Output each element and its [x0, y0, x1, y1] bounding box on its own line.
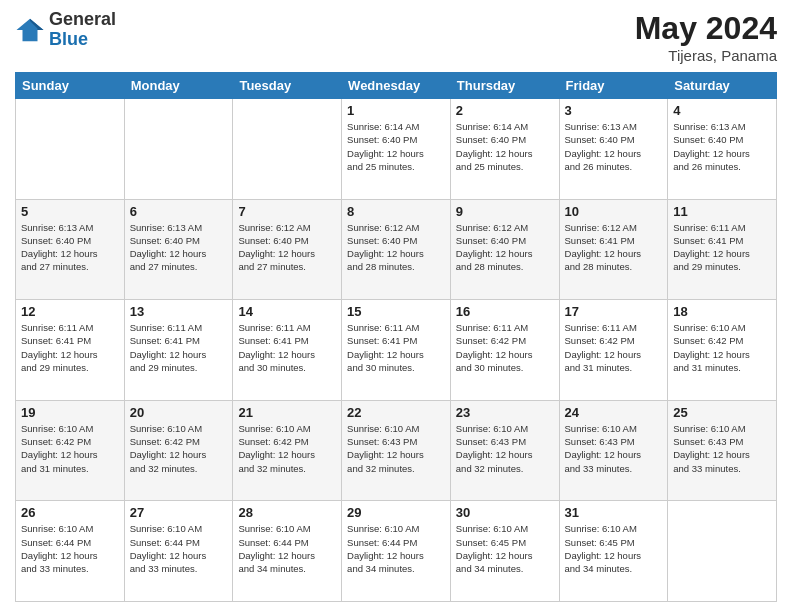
day-info: Sunrise: 6:10 AM Sunset: 6:44 PM Dayligh…: [21, 522, 119, 575]
day-number: 3: [565, 103, 663, 118]
day-number: 25: [673, 405, 771, 420]
calendar-cell: 14Sunrise: 6:11 AM Sunset: 6:41 PM Dayli…: [233, 300, 342, 401]
day-number: 27: [130, 505, 228, 520]
day-number: 28: [238, 505, 336, 520]
calendar-cell: 6Sunrise: 6:13 AM Sunset: 6:40 PM Daylig…: [124, 199, 233, 300]
weekday-header-tuesday: Tuesday: [233, 73, 342, 99]
calendar-cell: [124, 99, 233, 200]
calendar-cell: 23Sunrise: 6:10 AM Sunset: 6:43 PM Dayli…: [450, 400, 559, 501]
day-number: 7: [238, 204, 336, 219]
day-info: Sunrise: 6:10 AM Sunset: 6:42 PM Dayligh…: [238, 422, 336, 475]
day-info: Sunrise: 6:11 AM Sunset: 6:42 PM Dayligh…: [456, 321, 554, 374]
calendar-title: May 2024: [635, 10, 777, 47]
day-info: Sunrise: 6:14 AM Sunset: 6:40 PM Dayligh…: [347, 120, 445, 173]
header: General Blue May 2024 Tijeras, Panama: [15, 10, 777, 64]
calendar-cell: 26Sunrise: 6:10 AM Sunset: 6:44 PM Dayli…: [16, 501, 125, 602]
day-info: Sunrise: 6:10 AM Sunset: 6:43 PM Dayligh…: [673, 422, 771, 475]
weekday-header-wednesday: Wednesday: [342, 73, 451, 99]
day-number: 29: [347, 505, 445, 520]
day-info: Sunrise: 6:11 AM Sunset: 6:42 PM Dayligh…: [565, 321, 663, 374]
day-number: 18: [673, 304, 771, 319]
day-info: Sunrise: 6:10 AM Sunset: 6:44 PM Dayligh…: [238, 522, 336, 575]
day-info: Sunrise: 6:12 AM Sunset: 6:41 PM Dayligh…: [565, 221, 663, 274]
day-info: Sunrise: 6:12 AM Sunset: 6:40 PM Dayligh…: [238, 221, 336, 274]
weekday-header-friday: Friday: [559, 73, 668, 99]
weekday-header-saturday: Saturday: [668, 73, 777, 99]
day-info: Sunrise: 6:11 AM Sunset: 6:41 PM Dayligh…: [130, 321, 228, 374]
weekday-header-sunday: Sunday: [16, 73, 125, 99]
calendar-cell: 3Sunrise: 6:13 AM Sunset: 6:40 PM Daylig…: [559, 99, 668, 200]
day-number: 2: [456, 103, 554, 118]
day-number: 24: [565, 405, 663, 420]
day-number: 26: [21, 505, 119, 520]
day-number: 12: [21, 304, 119, 319]
day-info: Sunrise: 6:13 AM Sunset: 6:40 PM Dayligh…: [21, 221, 119, 274]
day-number: 13: [130, 304, 228, 319]
day-number: 1: [347, 103, 445, 118]
calendar-cell: 7Sunrise: 6:12 AM Sunset: 6:40 PM Daylig…: [233, 199, 342, 300]
day-number: 17: [565, 304, 663, 319]
day-info: Sunrise: 6:11 AM Sunset: 6:41 PM Dayligh…: [347, 321, 445, 374]
calendar-cell: 10Sunrise: 6:12 AM Sunset: 6:41 PM Dayli…: [559, 199, 668, 300]
calendar-cell: 15Sunrise: 6:11 AM Sunset: 6:41 PM Dayli…: [342, 300, 451, 401]
calendar-cell: 18Sunrise: 6:10 AM Sunset: 6:42 PM Dayli…: [668, 300, 777, 401]
calendar-cell: 30Sunrise: 6:10 AM Sunset: 6:45 PM Dayli…: [450, 501, 559, 602]
logo-icon: [15, 15, 45, 45]
day-number: 6: [130, 204, 228, 219]
weekday-header-thursday: Thursday: [450, 73, 559, 99]
calendar-cell: 22Sunrise: 6:10 AM Sunset: 6:43 PM Dayli…: [342, 400, 451, 501]
day-info: Sunrise: 6:12 AM Sunset: 6:40 PM Dayligh…: [456, 221, 554, 274]
calendar-cell: 13Sunrise: 6:11 AM Sunset: 6:41 PM Dayli…: [124, 300, 233, 401]
day-info: Sunrise: 6:13 AM Sunset: 6:40 PM Dayligh…: [565, 120, 663, 173]
day-number: 8: [347, 204, 445, 219]
day-number: 4: [673, 103, 771, 118]
day-info: Sunrise: 6:10 AM Sunset: 6:42 PM Dayligh…: [130, 422, 228, 475]
day-info: Sunrise: 6:10 AM Sunset: 6:43 PM Dayligh…: [456, 422, 554, 475]
calendar-table: SundayMondayTuesdayWednesdayThursdayFrid…: [15, 72, 777, 602]
day-info: Sunrise: 6:10 AM Sunset: 6:42 PM Dayligh…: [21, 422, 119, 475]
calendar-cell: [16, 99, 125, 200]
calendar-cell: 9Sunrise: 6:12 AM Sunset: 6:40 PM Daylig…: [450, 199, 559, 300]
calendar-cell: 16Sunrise: 6:11 AM Sunset: 6:42 PM Dayli…: [450, 300, 559, 401]
calendar-cell: [668, 501, 777, 602]
calendar-week-row: 19Sunrise: 6:10 AM Sunset: 6:42 PM Dayli…: [16, 400, 777, 501]
calendar-cell: [233, 99, 342, 200]
calendar-week-row: 12Sunrise: 6:11 AM Sunset: 6:41 PM Dayli…: [16, 300, 777, 401]
calendar-cell: 27Sunrise: 6:10 AM Sunset: 6:44 PM Dayli…: [124, 501, 233, 602]
calendar-cell: 20Sunrise: 6:10 AM Sunset: 6:42 PM Dayli…: [124, 400, 233, 501]
calendar-cell: 11Sunrise: 6:11 AM Sunset: 6:41 PM Dayli…: [668, 199, 777, 300]
day-number: 16: [456, 304, 554, 319]
day-info: Sunrise: 6:10 AM Sunset: 6:44 PM Dayligh…: [130, 522, 228, 575]
day-number: 31: [565, 505, 663, 520]
day-number: 15: [347, 304, 445, 319]
calendar-cell: 4Sunrise: 6:13 AM Sunset: 6:40 PM Daylig…: [668, 99, 777, 200]
day-info: Sunrise: 6:12 AM Sunset: 6:40 PM Dayligh…: [347, 221, 445, 274]
calendar-week-row: 5Sunrise: 6:13 AM Sunset: 6:40 PM Daylig…: [16, 199, 777, 300]
calendar-cell: 21Sunrise: 6:10 AM Sunset: 6:42 PM Dayli…: [233, 400, 342, 501]
calendar-cell: 29Sunrise: 6:10 AM Sunset: 6:44 PM Dayli…: [342, 501, 451, 602]
calendar-cell: 24Sunrise: 6:10 AM Sunset: 6:43 PM Dayli…: [559, 400, 668, 501]
day-number: 20: [130, 405, 228, 420]
day-info: Sunrise: 6:11 AM Sunset: 6:41 PM Dayligh…: [21, 321, 119, 374]
calendar-week-row: 1Sunrise: 6:14 AM Sunset: 6:40 PM Daylig…: [16, 99, 777, 200]
calendar-cell: 5Sunrise: 6:13 AM Sunset: 6:40 PM Daylig…: [16, 199, 125, 300]
day-number: 23: [456, 405, 554, 420]
day-number: 10: [565, 204, 663, 219]
calendar-cell: 25Sunrise: 6:10 AM Sunset: 6:43 PM Dayli…: [668, 400, 777, 501]
weekday-header-row: SundayMondayTuesdayWednesdayThursdayFrid…: [16, 73, 777, 99]
day-number: 9: [456, 204, 554, 219]
day-info: Sunrise: 6:11 AM Sunset: 6:41 PM Dayligh…: [238, 321, 336, 374]
day-number: 5: [21, 204, 119, 219]
day-number: 19: [21, 405, 119, 420]
day-number: 21: [238, 405, 336, 420]
calendar-cell: 8Sunrise: 6:12 AM Sunset: 6:40 PM Daylig…: [342, 199, 451, 300]
day-number: 30: [456, 505, 554, 520]
calendar-cell: 17Sunrise: 6:11 AM Sunset: 6:42 PM Dayli…: [559, 300, 668, 401]
day-info: Sunrise: 6:11 AM Sunset: 6:41 PM Dayligh…: [673, 221, 771, 274]
day-info: Sunrise: 6:10 AM Sunset: 6:45 PM Dayligh…: [565, 522, 663, 575]
logo-text: General Blue: [49, 10, 116, 50]
calendar-cell: 19Sunrise: 6:10 AM Sunset: 6:42 PM Dayli…: [16, 400, 125, 501]
day-info: Sunrise: 6:10 AM Sunset: 6:42 PM Dayligh…: [673, 321, 771, 374]
weekday-header-monday: Monday: [124, 73, 233, 99]
calendar-cell: 2Sunrise: 6:14 AM Sunset: 6:40 PM Daylig…: [450, 99, 559, 200]
